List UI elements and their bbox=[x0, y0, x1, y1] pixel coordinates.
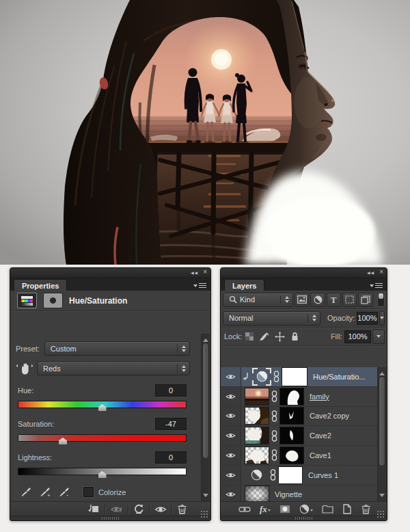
shape-layer-filter-icon[interactable] bbox=[342, 293, 357, 307]
collapse-panel-icon[interactable]: ◀◀ bbox=[367, 270, 374, 275]
new-group-icon[interactable] bbox=[322, 503, 333, 516]
panel-resize-edge[interactable] bbox=[10, 516, 210, 520]
layer-mask-thumbnail[interactable] bbox=[282, 367, 308, 386]
panel-menu-icon[interactable] bbox=[370, 282, 383, 289]
on-image-adjustment-hand-icon[interactable] bbox=[16, 362, 33, 375]
mask-icon[interactable] bbox=[43, 293, 63, 308]
type-layer-filter-icon[interactable]: T bbox=[327, 293, 341, 307]
eyedropper-subtract-icon[interactable]: - bbox=[56, 485, 72, 499]
mask-link-icon[interactable] bbox=[271, 390, 277, 402]
visibility-eye-icon[interactable] bbox=[154, 503, 167, 516]
layer-row-hue-saturation[interactable]: Hue/Saturatio... bbox=[221, 367, 387, 387]
layer-mask-thumbnail[interactable] bbox=[278, 466, 303, 484]
visibility-eye-icon[interactable] bbox=[221, 426, 241, 445]
scroll-up-icon[interactable] bbox=[379, 369, 385, 375]
add-layer-mask-icon[interactable] bbox=[279, 503, 290, 516]
adjustment-layer-filter-icon[interactable] bbox=[310, 293, 325, 307]
layer-thumbnail[interactable] bbox=[245, 407, 269, 425]
collapse-panel-icon[interactable]: ◀◀ bbox=[191, 270, 198, 275]
tab-properties[interactable]: Properties bbox=[14, 279, 67, 291]
scroll-down-icon[interactable] bbox=[379, 494, 385, 500]
filter-switch-icon[interactable] bbox=[377, 292, 385, 307]
eyedropper-icon[interactable] bbox=[18, 485, 34, 499]
blend-mode-dropdown[interactable]: Normal bbox=[223, 311, 320, 325]
layer-row-cave1[interactable]: Cave1 bbox=[221, 446, 387, 466]
close-panel-icon[interactable]: × bbox=[379, 269, 383, 276]
layer-row-cave2[interactable]: Cave2 bbox=[221, 426, 387, 446]
lightness-slider[interactable] bbox=[18, 468, 187, 475]
layer-row-family[interactable]: family bbox=[221, 387, 387, 407]
eyedropper-add-icon[interactable]: + bbox=[37, 485, 53, 499]
layer-name[interactable]: Cave1 bbox=[310, 451, 331, 460]
mask-link-icon[interactable] bbox=[273, 371, 279, 382]
adjustment-layer-icon[interactable] bbox=[252, 368, 271, 386]
opacity-value-field[interactable]: 100% bbox=[357, 312, 377, 325]
mask-link-icon[interactable] bbox=[271, 449, 277, 461]
layer-name[interactable]: Vignette bbox=[275, 490, 302, 498]
layer-name[interactable]: Curves 1 bbox=[308, 471, 338, 479]
channel-dropdown[interactable]: Reds bbox=[37, 361, 190, 375]
scroll-up-icon[interactable] bbox=[203, 336, 208, 342]
panel-menu-icon[interactable] bbox=[193, 282, 206, 289]
hue-saturation-preset-icon[interactable] bbox=[17, 293, 37, 308]
layers-scrollbar[interactable] bbox=[377, 367, 387, 502]
lock-all-icon[interactable] bbox=[290, 332, 299, 341]
visibility-eye-icon[interactable] bbox=[221, 466, 241, 485]
mask-link-icon[interactable] bbox=[271, 410, 277, 422]
view-previous-state-icon[interactable] bbox=[110, 503, 123, 516]
layer-row-vignette[interactable]: Vignette bbox=[221, 486, 387, 503]
lock-transparency-icon[interactable] bbox=[245, 332, 254, 341]
visibility-eye-icon[interactable] bbox=[221, 446, 241, 465]
colorize-checkbox[interactable] bbox=[83, 487, 94, 497]
properties-scrollbar[interactable] bbox=[201, 334, 210, 502]
visibility-eye-icon[interactable] bbox=[221, 367, 241, 386]
mask-link-icon[interactable] bbox=[270, 469, 276, 481]
fill-dropdown-icon[interactable] bbox=[372, 330, 385, 344]
layer-style-fx-icon[interactable]: fx bbox=[260, 503, 271, 516]
pixel-layer-filter-icon[interactable] bbox=[295, 293, 309, 307]
smart-object-filter-icon[interactable] bbox=[358, 293, 372, 307]
close-panel-icon[interactable]: × bbox=[203, 269, 207, 276]
scroll-down-icon[interactable] bbox=[203, 494, 208, 500]
hue-slider[interactable] bbox=[18, 401, 187, 408]
saturation-slider[interactable] bbox=[18, 434, 187, 442]
layer-name[interactable]: family bbox=[310, 393, 329, 401]
adjustment-layer-icon[interactable] bbox=[245, 467, 268, 483]
new-adjustment-layer-icon[interactable] bbox=[299, 503, 313, 516]
layer-name[interactable]: Hue/Saturatio... bbox=[313, 373, 365, 381]
lightness-slider-thumb[interactable] bbox=[98, 471, 107, 478]
saturation-value-field[interactable]: -47 bbox=[155, 418, 187, 430]
hue-value-field[interactable]: 0 bbox=[155, 384, 187, 397]
new-layer-icon[interactable] bbox=[342, 503, 352, 516]
opacity-dropdown-icon[interactable] bbox=[379, 311, 385, 325]
delete-layer-icon[interactable] bbox=[361, 503, 371, 516]
fill-value-field[interactable]: 100% bbox=[344, 330, 371, 343]
delete-icon[interactable] bbox=[177, 503, 187, 516]
layer-thumbnail[interactable] bbox=[245, 447, 269, 464]
layer-row-cave2-copy[interactable]: Cave2 copy bbox=[221, 407, 387, 427]
tab-layers[interactable]: Layers bbox=[224, 279, 264, 291]
layer-thumbnail[interactable] bbox=[245, 486, 269, 502]
layer-mask-thumbnail[interactable] bbox=[279, 407, 304, 425]
layer-name[interactable]: Cave2 bbox=[310, 431, 331, 440]
preset-dropdown[interactable]: Custom bbox=[44, 341, 190, 356]
layer-thumbnail[interactable] bbox=[245, 388, 269, 405]
lightness-value-field[interactable]: 0 bbox=[155, 451, 187, 464]
layer-row-curves1[interactable]: Curves 1 bbox=[221, 466, 387, 486]
mask-link-icon[interactable] bbox=[271, 430, 277, 442]
layer-mask-thumbnail[interactable] bbox=[279, 447, 304, 464]
visibility-eye-icon[interactable] bbox=[221, 387, 241, 406]
visibility-eye-icon[interactable] bbox=[221, 407, 241, 426]
clip-to-layer-icon[interactable] bbox=[87, 503, 100, 516]
panel-resize-grip[interactable] bbox=[200, 510, 209, 519]
reset-icon[interactable] bbox=[133, 503, 144, 516]
lock-paint-icon[interactable] bbox=[259, 332, 269, 341]
layer-mask-thumbnail[interactable] bbox=[279, 388, 304, 405]
visibility-eye-icon[interactable] bbox=[221, 486, 241, 503]
panel-resize-grip[interactable] bbox=[377, 510, 385, 519]
link-layers-icon[interactable] bbox=[238, 503, 251, 516]
hue-slider-thumb[interactable] bbox=[98, 404, 107, 411]
lock-move-icon[interactable] bbox=[275, 332, 285, 342]
layer-thumbnail[interactable] bbox=[245, 427, 269, 444]
saturation-slider-thumb[interactable] bbox=[59, 438, 67, 444]
